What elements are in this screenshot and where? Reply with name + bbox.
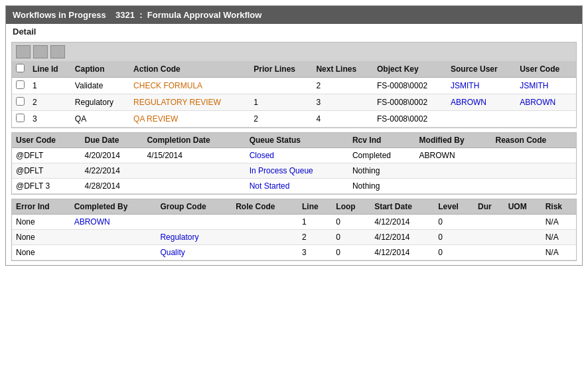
row-checkbox-cell [12,78,29,94]
cell-caption: QA [71,111,129,128]
col-header-checkbox [12,61,29,78]
detail-table: User Code Due Date Completion Date Queue… [12,133,576,194]
cell-rcv-ind: Nothing [348,179,415,194]
col-header-risk: Risk [542,199,576,215]
main-container: Workflows in Progress 3321 : Formula App… [5,5,583,266]
cell-user-code: JSMITH [516,78,576,94]
cell-user-code2: @DFLT [12,163,81,179]
col-header-role-code: Role Code [232,199,298,215]
cell-queue-status: In Process Queue [246,163,348,179]
row-checkbox[interactable] [16,80,25,89]
cell-error-ind: None [12,215,70,230]
cell-rcv-ind: Nothing [348,163,415,179]
cell-loop: 0 [332,215,370,230]
main-table-row: 3 QA QA REVIEW 2 4 FS-0008\0002 [12,111,576,128]
cell-line: 2 [298,230,332,245]
detail-table-row: @DFLT 4/22/2014 In Process Queue Nothing [12,163,576,179]
col-header-line-id: Line Id [29,61,71,78]
cell-prior-lines [250,78,312,94]
cell-role-code [232,215,298,230]
cell-action-code: QA REVIEW [129,111,250,128]
cell-user-code [516,111,576,128]
col-header-reason-code: Reason Code [492,133,576,148]
cell-dur [474,230,504,245]
col-header-next-lines: Next Lines [312,61,373,78]
cell-caption: Validate [71,78,129,94]
cell-queue-status: Not Started [246,179,348,194]
select-all-checkbox[interactable] [16,64,25,72]
cell-source-user: JSMITH [447,78,516,94]
cell-prior-lines: 1 [250,94,312,111]
bottom-table-row: None Regulatory 2 0 4/12/2014 0 N/A [12,230,576,245]
cell-reason-code [492,148,576,163]
col-header-completed-by: Completed By [70,199,157,215]
cell-risk: N/A [542,245,576,260]
row-checkbox[interactable] [16,97,25,106]
cell-object-key: FS-0008\0002 [373,78,447,94]
cell-uom [504,230,542,245]
col-header-queue-status: Queue Status [246,133,348,148]
cell-source-user: ABROWN [447,94,516,111]
cell-level: 0 [434,245,474,260]
col-header-dur: Dur [474,199,504,215]
cell-completed-by [70,230,157,245]
cell-level: 0 [434,230,474,245]
cell-dur [474,215,504,230]
col-header-prior-lines: Prior Lines [250,61,312,78]
detail-label: Detail [6,24,582,38]
cell-error-ind: None [12,230,70,245]
row-checkbox-cell [12,111,29,128]
cell-group-code: Regulatory [156,230,232,245]
col-header-user-code: User Code [516,61,576,78]
cell-start-date: 4/12/2014 [370,215,434,230]
cell-completion-date [143,163,245,179]
cell-queue-status: Closed [246,148,348,163]
main-table-header: Line Id Caption Action Code Prior Lines … [12,61,576,78]
col-header-completion-date: Completion Date [143,133,245,148]
bottom-table-row: None ABROWN 1 0 4/12/2014 0 N/A [12,215,576,230]
col-header-object-key: Object Key [373,61,447,78]
cell-due-date: 4/22/2014 [81,163,143,179]
col-header-level: Level [434,199,474,215]
cell-line-id: 1 [29,78,71,94]
cell-error-ind: None [12,245,70,260]
cell-risk: N/A [542,215,576,230]
cell-modified-by: ABROWN [415,148,492,163]
col-header-modified-by: Modified By [415,133,492,148]
cell-completion-date: 4/15/2014 [143,148,245,163]
cell-start-date: 4/12/2014 [370,230,434,245]
toolbar-btn-2[interactable] [33,45,48,58]
cell-action-code: CHECK FORMULA [129,78,250,94]
cell-level: 0 [434,215,474,230]
title-bar: Workflows in Progress 3321 : Formula App… [6,6,582,24]
detail-table-row: @DFLT 4/20/2014 4/15/2014 Closed Complet… [12,148,576,163]
cell-user-code2: @DFLT [12,148,81,163]
col-header-loop: Loop [332,199,370,215]
cell-next-lines: 3 [312,94,373,111]
cell-completed-by: ABROWN [70,215,157,230]
cell-action-code: REGULATORY REVIEW [129,94,250,111]
title-prefix: Workflows in Progress [13,10,106,20]
title-id: 3321 [115,10,135,20]
main-table-row: 1 Validate CHECK FORMULA 2 FS-0008\0002 … [12,78,576,94]
cell-completed-by [70,245,157,260]
title-workflow: Formula Approval Workflow [147,10,262,20]
row-checkbox-cell [12,94,29,111]
cell-uom [504,215,542,230]
cell-start-date: 4/12/2014 [370,245,434,260]
toolbar-btn-1[interactable] [16,45,31,58]
cell-line-id: 3 [29,111,71,128]
row-checkbox[interactable] [16,114,25,122]
main-section: Line Id Caption Action Code Prior Lines … [11,42,577,128]
cell-due-date: 4/28/2014 [81,179,143,194]
cell-reason-code [492,163,576,179]
cell-role-code [232,245,298,260]
cell-object-key: FS-0008\0002 [373,111,447,128]
cell-dur [474,245,504,260]
col-header-due-date: Due Date [81,133,143,148]
cell-object-key: FS-0008\0002 [373,94,447,111]
col-header-group-code: Group Code [156,199,232,215]
toolbar-btn-3[interactable] [50,45,65,58]
cell-source-user [447,111,516,128]
bottom-table-row: None Quality 3 0 4/12/2014 0 N/A [12,245,576,260]
